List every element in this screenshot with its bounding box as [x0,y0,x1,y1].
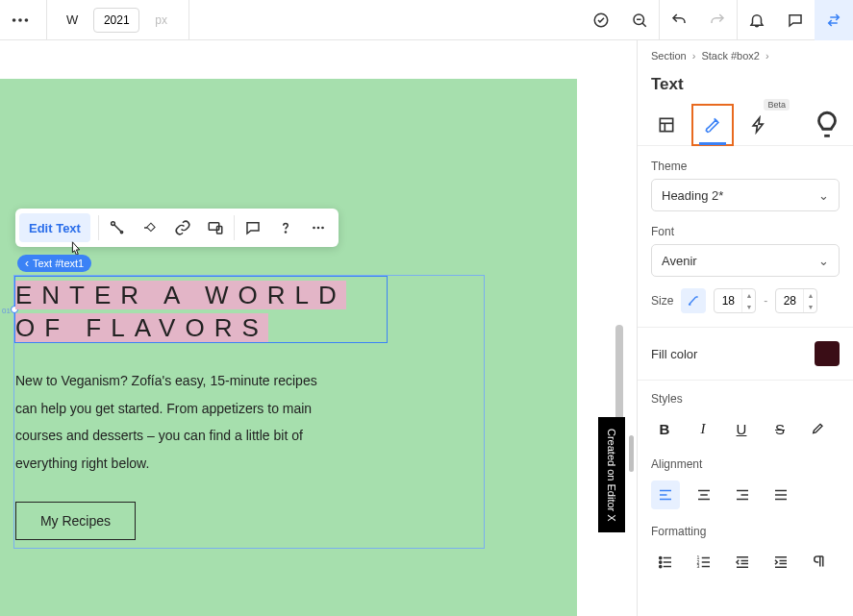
numbered-list[interactable]: 123 [690,548,718,577]
theme-label: Theme [638,146,853,179]
chevron-down-icon: ⌄ [818,254,829,268]
heading-text[interactable]: ENTER A WORLDOF FLAVORS [15,280,346,345]
fill-label: Fill color [651,347,697,361]
tab-interactions[interactable]: Beta [738,104,780,146]
zoom-out-icon[interactable] [620,0,659,40]
undo-icon[interactable] [660,0,698,40]
breadcrumb-item[interactable]: Stack #box2 [701,50,760,62]
divider [234,215,235,240]
align-right[interactable] [728,480,757,509]
floating-toolbar: Edit Text [15,209,339,247]
italic-toggle[interactable]: I [690,415,716,442]
bold-toggle[interactable]: B [651,415,678,442]
size-max-input[interactable]: ▲▼ [775,288,817,313]
divider [98,215,99,240]
formatting-row: Formatting 123 [638,511,853,577]
step-up-icon[interactable]: ▲ [804,289,816,301]
step-down-icon[interactable]: ▼ [804,301,816,312]
panel-title: Text [638,71,853,104]
svg-point-7 [112,222,115,226]
more-menu-icon[interactable] [10,10,31,31]
fill-color-swatch[interactable] [815,341,840,366]
panel-splitter[interactable] [629,435,634,472]
alignment-label: Alignment [651,457,840,471]
bulleted-list[interactable] [651,548,680,577]
svg-line-5 [642,23,646,27]
comments-icon[interactable] [776,0,815,40]
size-label: Size [651,294,673,308]
diamond-icon[interactable] [134,213,166,242]
indent-increase[interactable] [766,548,795,577]
step-up-icon[interactable]: ▲ [742,289,755,301]
text-direction[interactable] [805,548,834,577]
align-justify[interactable] [766,480,795,509]
watermark-badge[interactable]: Created on Editor X [598,417,625,532]
font-dropdown[interactable]: Avenir ⌄ [651,244,840,277]
canvas[interactable]: Edit Text Text #text1 01 ENTER A WORLD [0,40,637,616]
fill-row: Fill color [638,328,853,381]
link-icon[interactable] [166,213,199,242]
my-recipes-button[interactable]: My Recipes [15,502,136,540]
svg-point-33 [660,561,662,563]
tab-row: Beta [638,104,853,146]
swap-icon[interactable] [815,0,853,40]
animation-icon[interactable] [101,213,134,242]
size-row: Size ▲▼ - ▲▼ [638,277,853,328]
underline-toggle[interactable]: U [728,415,755,442]
step-down-icon[interactable]: ▼ [742,301,755,312]
svg-point-13 [317,227,320,230]
svg-point-11 [285,232,286,233]
tab-help[interactable] [811,104,843,146]
svg-point-31 [660,556,662,558]
tab-layout[interactable] [645,104,688,146]
svg-point-2 [25,18,29,22]
align-left[interactable] [651,480,680,509]
tab-design[interactable] [691,104,734,146]
breadcrumb: Section › Stack #box2 › [638,40,853,71]
chevron-right-icon: › [765,50,769,62]
top-right [582,0,853,39]
beta-badge: Beta [764,99,790,111]
svg-rect-15 [660,118,672,131]
size-scale-toggle[interactable] [681,288,706,313]
notifications-icon[interactable] [738,0,776,40]
styles-row: Styles B I U S [638,381,853,444]
theme-value: Heading 2* [662,188,723,203]
viewport-icon[interactable] [199,213,232,242]
chevron-right-icon: › [692,50,696,62]
chevron-down-icon: ⌄ [818,188,829,203]
alignment-row: Alignment [638,444,853,511]
comment-icon[interactable] [237,213,269,242]
strike-toggle[interactable]: S [766,415,793,442]
divider [188,0,189,40]
indent-decrease[interactable] [728,548,757,577]
breadcrumb-item[interactable]: Section [651,50,687,62]
theme-dropdown[interactable]: Heading 2* ⌄ [651,179,840,211]
styles-label: Styles [651,392,840,406]
size-min-field[interactable] [715,294,741,308]
redo-icon[interactable] [698,0,737,40]
top-toolbar: W px [0,0,853,40]
checkmark-icon[interactable] [582,0,620,40]
size-min-input[interactable]: ▲▼ [714,288,756,313]
help-icon[interactable] [269,213,302,242]
edit-text-button[interactable]: Edit Text [19,213,90,242]
svg-point-14 [321,227,324,230]
svg-point-35 [660,565,662,567]
more-icon[interactable] [302,213,335,242]
element-label[interactable]: Text #text1 [17,255,91,272]
top-left: W px [0,0,189,40]
range-dash: - [764,294,767,308]
size-max-field[interactable] [776,294,803,308]
canvas-scrollbar[interactable] [615,325,623,431]
inspector-panel: Section › Stack #box2 › Text Beta Theme … [637,40,853,616]
width-input[interactable] [93,8,139,33]
highlight-toggle[interactable] [805,415,832,442]
width-label: W [66,12,78,27]
align-center[interactable] [690,480,718,509]
font-label: Font [638,211,853,244]
body-text[interactable]: New to Veganism? Zofía's easy, 15-minute… [15,367,342,478]
font-value: Avenir [662,254,697,268]
svg-point-0 [13,18,16,22]
svg-point-1 [18,18,22,22]
